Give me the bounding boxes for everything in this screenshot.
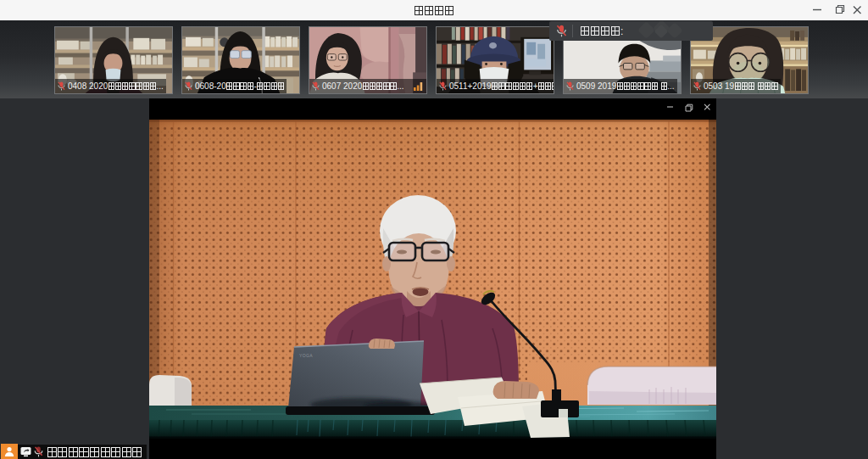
svg-text:YOGA: YOGA	[299, 353, 313, 358]
